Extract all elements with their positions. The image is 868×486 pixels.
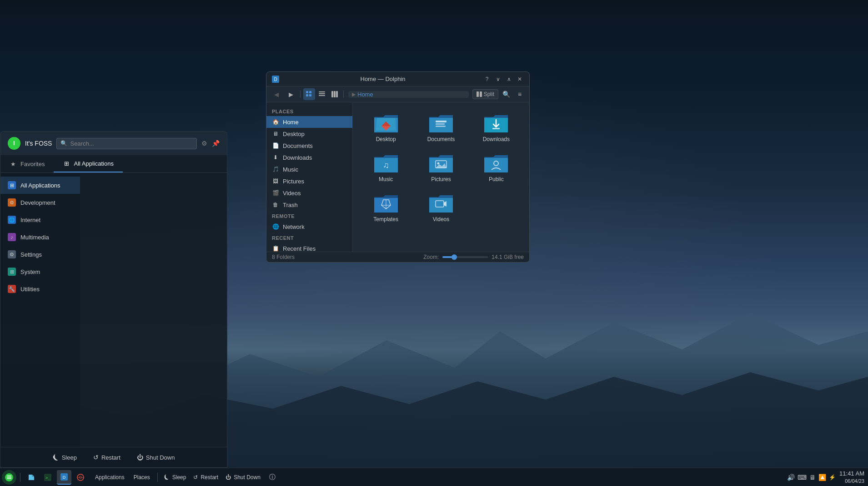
folder-icon-pictures [428, 153, 454, 174]
zoom-area: Zoom: 14.1 GiB free [423, 254, 524, 260]
app-launcher-tabs: ★ Favorites ⊞ All Applications [0, 155, 227, 173]
system-clock[interactable]: 11:41 AM 06/04/23 [839, 470, 864, 484]
taskbar-power-settings-button[interactable]: ⓘ [265, 470, 280, 485]
home-icon: 🏠 [272, 118, 279, 126]
svg-text:>_: >_ [45, 476, 50, 480]
window-help-button[interactable]: ? [483, 75, 491, 83]
pictures-icon: 🖼 [272, 177, 279, 185]
app-grid-panel [80, 173, 227, 447]
app-search-input[interactable] [70, 140, 193, 147]
zoom-thumb [452, 254, 457, 260]
category-settings[interactable]: ⚙ Settings [0, 246, 80, 263]
restart-button[interactable]: ↺ Restart [90, 452, 124, 463]
category-utilities[interactable]: 🔧 Utilities [0, 280, 80, 298]
search-settings-icon[interactable]: ⚙ [201, 140, 207, 147]
app-search-bar[interactable]: 🔍 [56, 138, 197, 149]
sleep-button[interactable]: ⏾ Sleep [49, 452, 80, 463]
notifications-icon[interactable]: 🔼 [818, 474, 826, 481]
free-space-label: 14.1 GiB free [492, 254, 524, 260]
taskbar-icon-files[interactable] [24, 470, 39, 485]
svg-rect-6 [306, 94, 308, 96]
places-item-network[interactable]: 🌐 Network [266, 221, 352, 233]
category-system[interactable]: ⊞ System [0, 263, 80, 280]
svg-rect-4 [306, 91, 308, 93]
taskbar-restart-button[interactable]: ↺ Restart [191, 473, 221, 481]
file-item-downloads[interactable]: Downloads [471, 110, 522, 146]
display-icon[interactable]: 🖥 [809, 474, 816, 481]
file-name-public: Public [489, 176, 504, 182]
places-item-desktop[interactable]: 🖥 Desktop [266, 128, 352, 140]
svg-rect-20 [436, 126, 446, 127]
volume-icon[interactable]: 🔊 [787, 474, 795, 481]
file-grid: Desktop Documents [353, 102, 529, 252]
app-menu-button[interactable] [2, 470, 16, 485]
music-icon: 🎵 [272, 166, 279, 173]
svg-rect-10 [319, 95, 325, 96]
places-item-trash[interactable]: 🗑 Trash [266, 199, 352, 211]
taskbar-icon-browser[interactable] [73, 470, 88, 485]
tab-all-apps[interactable]: ⊞ All Applications [54, 155, 122, 172]
window-minimize-button[interactable]: ∨ [494, 75, 502, 83]
taskbar-icon-dolphin[interactable]: D [57, 470, 71, 485]
file-item-videos[interactable]: Videos [415, 190, 467, 226]
taskbar-icon-terminal[interactable]: >_ [40, 470, 55, 485]
clock-date: 06/04/23 [839, 478, 864, 484]
column-view-button[interactable] [329, 88, 341, 100]
taskbar-center: Applications Places ⏾ Sleep ↺ Restart ⏻ … [91, 470, 280, 485]
desktop-icon: 🖥 [272, 130, 279, 137]
search-pin-icon[interactable]: 📌 [212, 140, 220, 147]
file-item-desktop[interactable]: Desktop [360, 110, 411, 146]
multimedia-category-icon: ♪ [8, 233, 16, 241]
favorites-tab-icon: ★ [10, 160, 17, 167]
icon-view-button[interactable] [303, 88, 315, 100]
split-button[interactable]: Split [472, 89, 498, 99]
downloads-icon: ⬇ [272, 154, 279, 161]
places-item-downloads[interactable]: ⬇ Downloads [266, 152, 352, 163]
places-item-home[interactable]: 🏠 Home [266, 116, 352, 128]
places-item-videos[interactable]: 🎬 Videos [266, 187, 352, 199]
taskbar-shutdown-button[interactable]: ⏻ Shut Down [223, 473, 263, 481]
search-button[interactable]: 🔍 [500, 88, 512, 100]
places-item-music[interactable]: 🎵 Music [266, 163, 352, 175]
network-icon: 🌐 [272, 223, 279, 230]
taskbar-sleep-button[interactable]: ⏾ Sleep [161, 473, 189, 481]
window-maximize-button[interactable]: ∧ [505, 75, 513, 83]
file-item-music[interactable]: ♫ Music [360, 150, 411, 186]
back-button[interactable]: ◀ [270, 88, 283, 100]
category-all-applications[interactable]: ⊞ All Applications [0, 177, 80, 194]
taskbar-places-button[interactable]: Places [130, 470, 154, 485]
status-text: 8 Folders [272, 254, 295, 260]
category-development[interactable]: ⚙ Development [0, 194, 80, 211]
category-multimedia[interactable]: ♪ Multimedia [0, 228, 80, 246]
file-item-pictures[interactable]: Pictures [415, 150, 467, 186]
app-categories-panel: ⊞ All Applications ⚙ Development 🌐 Inter… [0, 173, 80, 447]
file-name-downloads: Downloads [483, 136, 510, 142]
file-item-public[interactable]: Public [471, 150, 522, 186]
breadcrumb-home[interactable]: Home [357, 91, 373, 98]
places-item-documents[interactable]: 📄 Documents [266, 140, 352, 152]
svg-text:♫: ♫ [383, 161, 389, 170]
places-item-recent-files[interactable]: 📋 Recent Files [266, 243, 352, 252]
taskbar-applications-button[interactable]: Applications [91, 470, 128, 485]
keyboard-icon[interactable]: ⌨ [798, 474, 807, 481]
clock-time: 11:41 AM [839, 470, 864, 478]
forward-button[interactable]: ▶ [285, 88, 297, 100]
category-internet[interactable]: 🌐 Internet [0, 211, 80, 228]
hamburger-menu-button[interactable]: ≡ [514, 88, 526, 100]
file-item-templates[interactable]: Templates [360, 190, 411, 226]
svg-rect-15 [480, 91, 482, 97]
restart-icon: ↺ [93, 454, 99, 461]
svg-rect-13 [336, 91, 338, 97]
zoom-slider[interactable] [442, 256, 488, 258]
activity-monitor-icon[interactable]: ⚡ [829, 474, 836, 481]
shutdown-button[interactable]: ⏻ Shut Down [133, 452, 179, 463]
window-close-button[interactable]: ✕ [516, 75, 524, 83]
taskbar-left: >_ D [0, 470, 88, 485]
list-view-button[interactable] [316, 88, 328, 100]
places-item-pictures[interactable]: 🖼 Pictures [266, 175, 352, 187]
file-item-documents[interactable]: Documents [415, 110, 467, 146]
tab-favorites[interactable]: ★ Favorites [0, 155, 54, 172]
folder-icon-music: ♫ [373, 153, 399, 174]
svg-rect-30 [7, 476, 11, 476]
dolphin-window: D Home — Dolphin ? ∨ ∧ ✕ ◀ ▶ [266, 71, 530, 263]
